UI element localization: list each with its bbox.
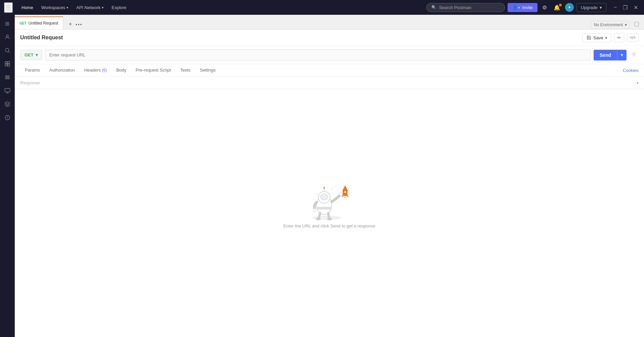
tab-title: Untitled Request: [29, 21, 58, 26]
settings-button[interactable]: ⚙: [540, 3, 549, 12]
get-badge: GET: [19, 22, 27, 25]
env-chevron: ▾: [625, 23, 627, 27]
svg-point-18: [323, 187, 325, 188]
eye-button[interactable]: [633, 20, 641, 29]
svg-point-21: [316, 217, 320, 220]
nav-home[interactable]: Home: [18, 4, 37, 11]
response-chevron[interactable]: ▾: [637, 81, 639, 85]
svg-point-27: [337, 201, 338, 202]
search-icon: 🔍: [431, 5, 436, 10]
svg-point-0: [6, 35, 8, 37]
svg-point-25: [344, 191, 346, 193]
workspaces-chevron: ▾: [67, 6, 68, 9]
svg-point-1: [5, 48, 9, 52]
invite-button[interactable]: 👤+ Invite: [508, 3, 538, 12]
cookies-link[interactable]: Cookies: [623, 68, 639, 73]
svg-point-22: [327, 217, 332, 220]
svg-point-12: [633, 53, 635, 55]
sidebar-item-mock[interactable]: [1, 85, 13, 97]
method-select[interactable]: GET ▾: [20, 50, 42, 60]
svg-rect-23: [317, 207, 331, 209]
svg-rect-4: [7, 61, 9, 64]
tab-tests[interactable]: Tests: [176, 64, 195, 77]
restore-button[interactable]: ❐: [621, 4, 630, 11]
close-button[interactable]: ✕: [632, 4, 640, 11]
environment-select[interactable]: No Environment ▾: [591, 21, 630, 29]
titlebar: ☰ Home Workspaces ▾ API Network ▾ Explor…: [0, 0, 644, 15]
tab-bar: GET Untitled Request + ••• No Environmen…: [15, 15, 644, 30]
notification-dot: [559, 4, 562, 6]
sidebar-item-history[interactable]: [1, 112, 13, 124]
response-area: Response ▾: [15, 77, 644, 337]
request-tabs: Params Authorization Headers (6) Body Pr…: [15, 64, 644, 77]
tab-authorization[interactable]: Authorization: [45, 64, 80, 77]
request-title: Untitled Request: [20, 35, 63, 41]
svg-rect-3: [5, 61, 7, 64]
env-label: No Environment: [594, 23, 623, 27]
sidebar-item-collections[interactable]: [1, 58, 13, 70]
svg-rect-5: [5, 64, 7, 66]
code-button[interactable]: </>: [627, 33, 639, 42]
titlebar-actions: 👤+ Invite ⚙ 🔔 ✦ Upgrade ▾ − ❐ ✕: [508, 3, 640, 12]
save-button[interactable]: Save ▾: [582, 33, 611, 42]
sidebar: ⊞: [0, 15, 15, 337]
send-button[interactable]: Send: [594, 50, 617, 60]
request-header-actions: Save ▾ ✏ </>: [582, 33, 639, 42]
svg-point-28: [315, 194, 316, 195]
response-label: Response ▾: [15, 77, 644, 89]
svg-point-26: [332, 188, 333, 189]
empty-state-illustration: [303, 178, 356, 218]
request-tab[interactable]: GET Untitled Request: [15, 16, 63, 29]
svg-point-30: [348, 188, 348, 189]
tab-pre-request-script[interactable]: Pre-request Script: [131, 64, 176, 77]
svg-line-2: [8, 51, 10, 53]
tab-body[interactable]: Body: [112, 64, 131, 77]
edit-button[interactable]: ✏: [614, 33, 624, 42]
sidebar-item-flows[interactable]: [1, 98, 13, 110]
tab-params[interactable]: Params: [20, 64, 45, 77]
svg-point-16: [320, 194, 328, 200]
url-input[interactable]: [45, 49, 591, 60]
nav-bar: Home Workspaces ▾ API Network ▾ Explore: [18, 4, 424, 11]
method-chevron: ▾: [36, 52, 38, 57]
url-bar: GET ▾ Send ▾: [15, 46, 644, 64]
notifications-button[interactable]: 🔔: [552, 3, 562, 12]
nav-explore[interactable]: Explore: [108, 4, 130, 11]
nav-workspaces[interactable]: Workspaces ▾: [38, 4, 72, 11]
search-bar[interactable]: 🔍 Search Postman: [426, 3, 505, 12]
svg-point-19: [339, 193, 342, 196]
tab-settings[interactable]: Settings: [195, 64, 220, 77]
send-dropdown-button[interactable]: ▾: [617, 50, 627, 60]
tab-more-button[interactable]: •••: [76, 22, 83, 27]
sidebar-item-search[interactable]: [1, 44, 13, 56]
svg-point-20: [313, 208, 316, 212]
magic-button[interactable]: [629, 49, 639, 60]
minimize-button[interactable]: −: [612, 4, 619, 11]
send-group: Send ▾: [594, 50, 627, 60]
new-tab-button[interactable]: +: [67, 19, 74, 29]
svg-rect-7: [5, 88, 10, 92]
sidebar-item-people[interactable]: [1, 31, 13, 43]
sidebar-item-home[interactable]: ⊞: [1, 17, 13, 30]
nav-api-network[interactable]: API Network ▾: [73, 4, 107, 11]
window-controls: − ❐ ✕: [612, 4, 640, 11]
content-area: GET Untitled Request + ••• No Environmen…: [15, 15, 644, 337]
api-network-chevron: ▾: [102, 6, 103, 9]
save-label: Save: [593, 35, 603, 40]
person-plus-icon: 👤+: [512, 5, 520, 10]
svg-point-29: [313, 199, 313, 200]
menu-button[interactable]: ☰: [4, 2, 13, 13]
svg-rect-11: [635, 22, 639, 26]
method-label: GET: [25, 52, 34, 57]
upgrade-chevron: ▾: [600, 5, 602, 10]
empty-state-text: Enter the URL and click Send to get a re…: [283, 223, 375, 228]
avatar[interactable]: ✦: [565, 3, 574, 12]
main-layout: ⊞ GET Untitled Request: [0, 15, 644, 337]
tab-headers[interactable]: Headers (6): [80, 64, 112, 77]
tab-actions: + •••: [65, 19, 85, 29]
empty-state: Enter the URL and click Send to get a re…: [15, 89, 644, 337]
sidebar-item-environments[interactable]: [1, 71, 13, 83]
upgrade-button[interactable]: Upgrade ▾: [576, 3, 606, 12]
save-chevron: ▾: [605, 36, 607, 40]
request-header: Untitled Request Save ▾ ✏ </>: [15, 30, 644, 46]
